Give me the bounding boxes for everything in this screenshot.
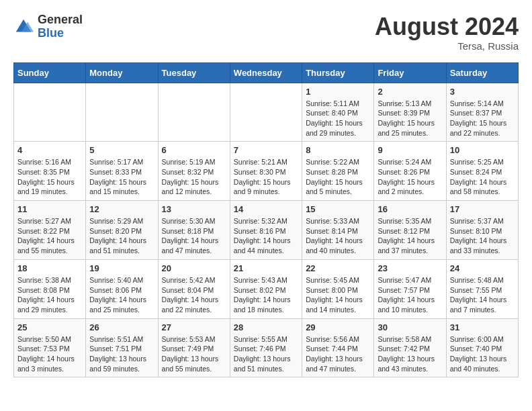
day-number: 6	[162, 145, 226, 155]
calendar-cell: 10Sunrise: 5:25 AM Sunset: 8:24 PM Dayli…	[446, 142, 518, 201]
calendar-cell: 7Sunrise: 5:21 AM Sunset: 8:30 PM Daylig…	[230, 142, 302, 201]
column-header-wednesday: Wednesday	[230, 62, 302, 83]
week-row-1: 1Sunrise: 5:11 AM Sunset: 8:40 PM Daylig…	[14, 83, 519, 142]
logo-blue-text: Blue	[38, 27, 83, 40]
day-number: 17	[450, 204, 515, 214]
day-info: Sunrise: 5:21 AM Sunset: 8:30 PM Dayligh…	[234, 157, 298, 197]
day-info: Sunrise: 5:30 AM Sunset: 8:18 PM Dayligh…	[162, 216, 226, 256]
day-info: Sunrise: 6:00 AM Sunset: 7:40 PM Dayligh…	[450, 334, 515, 374]
calendar-cell	[230, 83, 302, 142]
day-number: 9	[378, 145, 442, 155]
week-row-3: 11Sunrise: 5:27 AM Sunset: 8:22 PM Dayli…	[14, 201, 519, 260]
calendar-cell: 4Sunrise: 5:16 AM Sunset: 8:35 PM Daylig…	[14, 142, 86, 201]
calendar-cell: 14Sunrise: 5:32 AM Sunset: 8:16 PM Dayli…	[230, 201, 302, 260]
calendar-cell: 26Sunrise: 5:51 AM Sunset: 7:51 PM Dayli…	[86, 318, 158, 377]
day-number: 11	[17, 204, 82, 214]
day-number: 31	[450, 322, 515, 332]
calendar-cell: 17Sunrise: 5:37 AM Sunset: 8:10 PM Dayli…	[446, 201, 518, 260]
calendar-cell	[158, 83, 230, 142]
calendar-cell: 3Sunrise: 5:14 AM Sunset: 8:37 PM Daylig…	[446, 83, 518, 142]
month-year: August 2024	[375, 13, 519, 40]
column-header-sunday: Sunday	[14, 62, 86, 83]
calendar-cell: 8Sunrise: 5:22 AM Sunset: 8:28 PM Daylig…	[302, 142, 374, 201]
day-info: Sunrise: 5:14 AM Sunset: 8:37 PM Dayligh…	[450, 99, 515, 138]
day-number: 29	[306, 322, 370, 332]
day-number: 24	[450, 263, 515, 273]
day-info: Sunrise: 5:51 AM Sunset: 7:51 PM Dayligh…	[89, 334, 154, 374]
header-row: SundayMondayTuesdayWednesdayThursdayFrid…	[14, 62, 519, 83]
calendar-cell	[14, 83, 86, 142]
calendar-cell: 31Sunrise: 6:00 AM Sunset: 7:40 PM Dayli…	[446, 318, 518, 377]
logo: General Blue	[13, 13, 83, 40]
day-number: 28	[234, 322, 298, 332]
day-number: 18	[17, 263, 82, 273]
day-info: Sunrise: 5:40 AM Sunset: 8:06 PM Dayligh…	[89, 275, 154, 315]
calendar-cell: 11Sunrise: 5:27 AM Sunset: 8:22 PM Dayli…	[14, 201, 86, 260]
day-info: Sunrise: 5:24 AM Sunset: 8:26 PM Dayligh…	[378, 157, 442, 197]
week-row-4: 18Sunrise: 5:38 AM Sunset: 8:08 PM Dayli…	[14, 259, 519, 318]
day-info: Sunrise: 5:42 AM Sunset: 8:04 PM Dayligh…	[162, 275, 226, 315]
calendar-cell: 28Sunrise: 5:55 AM Sunset: 7:46 PM Dayli…	[230, 318, 302, 377]
day-info: Sunrise: 5:13 AM Sunset: 8:39 PM Dayligh…	[378, 99, 442, 138]
day-number: 12	[89, 204, 154, 214]
calendar-cell: 27Sunrise: 5:53 AM Sunset: 7:49 PM Dayli…	[158, 318, 230, 377]
day-number: 5	[89, 145, 154, 155]
logo-icon	[13, 17, 34, 37]
day-number: 27	[162, 322, 226, 332]
day-info: Sunrise: 5:25 AM Sunset: 8:24 PM Dayligh…	[450, 157, 515, 197]
day-info: Sunrise: 5:35 AM Sunset: 8:12 PM Dayligh…	[378, 216, 442, 256]
day-info: Sunrise: 5:47 AM Sunset: 7:57 PM Dayligh…	[378, 275, 442, 315]
day-number: 20	[162, 263, 226, 273]
calendar-cell	[86, 83, 158, 142]
calendar-cell: 18Sunrise: 5:38 AM Sunset: 8:08 PM Dayli…	[14, 259, 86, 318]
day-info: Sunrise: 5:53 AM Sunset: 7:49 PM Dayligh…	[162, 334, 226, 374]
day-info: Sunrise: 5:32 AM Sunset: 8:16 PM Dayligh…	[234, 216, 298, 256]
calendar-cell: 12Sunrise: 5:29 AM Sunset: 8:20 PM Dayli…	[86, 201, 158, 260]
logo-general-text: General	[38, 13, 83, 27]
day-number: 8	[306, 145, 370, 155]
calendar-cell: 21Sunrise: 5:43 AM Sunset: 8:02 PM Dayli…	[230, 259, 302, 318]
day-info: Sunrise: 5:22 AM Sunset: 8:28 PM Dayligh…	[306, 157, 370, 197]
calendar-table: SundayMondayTuesdayWednesdayThursdayFrid…	[13, 62, 519, 378]
calendar-cell: 9Sunrise: 5:24 AM Sunset: 8:26 PM Daylig…	[374, 142, 446, 201]
day-number: 19	[89, 263, 154, 273]
day-number: 15	[306, 204, 370, 214]
day-number: 30	[378, 322, 442, 332]
calendar-cell: 22Sunrise: 5:45 AM Sunset: 8:00 PM Dayli…	[302, 259, 374, 318]
location: Tersa, Russia	[375, 40, 519, 52]
day-info: Sunrise: 5:38 AM Sunset: 8:08 PM Dayligh…	[17, 275, 82, 315]
column-header-saturday: Saturday	[446, 62, 518, 83]
column-header-friday: Friday	[374, 62, 446, 83]
day-number: 7	[234, 145, 298, 155]
calendar-cell: 20Sunrise: 5:42 AM Sunset: 8:04 PM Dayli…	[158, 259, 230, 318]
day-info: Sunrise: 5:33 AM Sunset: 8:14 PM Dayligh…	[306, 216, 370, 256]
day-number: 4	[17, 145, 82, 155]
day-number: 13	[162, 204, 226, 214]
day-number: 16	[378, 204, 442, 214]
day-info: Sunrise: 5:29 AM Sunset: 8:20 PM Dayligh…	[89, 216, 154, 256]
day-info: Sunrise: 5:48 AM Sunset: 7:55 PM Dayligh…	[450, 275, 515, 315]
calendar-cell: 1Sunrise: 5:11 AM Sunset: 8:40 PM Daylig…	[302, 83, 374, 142]
day-info: Sunrise: 5:56 AM Sunset: 7:44 PM Dayligh…	[306, 334, 370, 374]
day-number: 25	[17, 322, 82, 332]
day-info: Sunrise: 5:27 AM Sunset: 8:22 PM Dayligh…	[17, 216, 82, 256]
day-info: Sunrise: 5:43 AM Sunset: 8:02 PM Dayligh…	[234, 275, 298, 315]
calendar-cell: 25Sunrise: 5:50 AM Sunset: 7:53 PM Dayli…	[14, 318, 86, 377]
day-number: 26	[89, 322, 154, 332]
calendar-cell: 29Sunrise: 5:56 AM Sunset: 7:44 PM Dayli…	[302, 318, 374, 377]
calendar-cell: 6Sunrise: 5:19 AM Sunset: 8:32 PM Daylig…	[158, 142, 230, 201]
title-block: August 2024 Tersa, Russia	[375, 13, 519, 52]
column-header-thursday: Thursday	[302, 62, 374, 83]
calendar-cell: 16Sunrise: 5:35 AM Sunset: 8:12 PM Dayli…	[374, 201, 446, 260]
calendar-cell: 30Sunrise: 5:58 AM Sunset: 7:42 PM Dayli…	[374, 318, 446, 377]
column-header-tuesday: Tuesday	[158, 62, 230, 83]
day-number: 22	[306, 263, 370, 273]
day-info: Sunrise: 5:58 AM Sunset: 7:42 PM Dayligh…	[378, 334, 442, 374]
calendar-cell: 2Sunrise: 5:13 AM Sunset: 8:39 PM Daylig…	[374, 83, 446, 142]
page-header: General Blue August 2024 Tersa, Russia	[13, 13, 519, 52]
day-info: Sunrise: 5:19 AM Sunset: 8:32 PM Dayligh…	[162, 157, 226, 197]
day-info: Sunrise: 5:50 AM Sunset: 7:53 PM Dayligh…	[17, 334, 82, 374]
day-number: 14	[234, 204, 298, 214]
week-row-5: 25Sunrise: 5:50 AM Sunset: 7:53 PM Dayli…	[14, 318, 519, 377]
day-number: 3	[450, 87, 515, 97]
